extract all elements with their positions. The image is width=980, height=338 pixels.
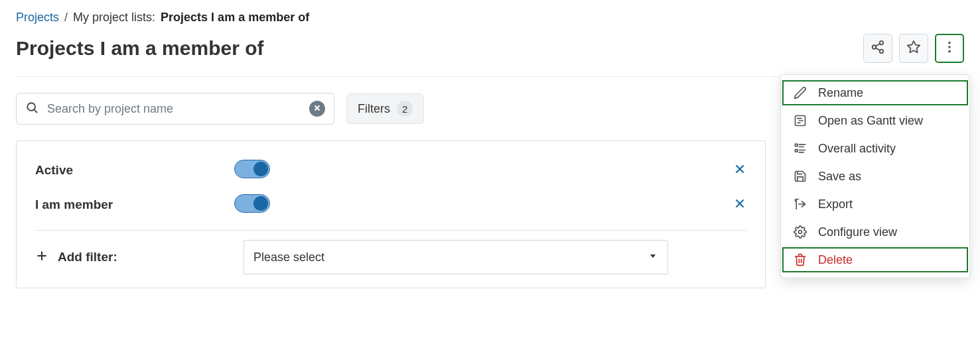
more-menu-button[interactable] bbox=[935, 34, 964, 63]
pencil-icon bbox=[793, 85, 807, 100]
search-icon bbox=[25, 101, 38, 117]
add-filter-row: Add filter: Please select bbox=[35, 240, 746, 274]
svg-point-31 bbox=[799, 231, 802, 234]
plus-icon bbox=[35, 249, 48, 266]
export-icon bbox=[793, 197, 807, 211]
svg-line-4 bbox=[876, 44, 880, 46]
dropdown-delete[interactable]: Delete bbox=[781, 246, 969, 274]
gear-icon bbox=[793, 225, 807, 239]
dropdown-configure[interactable]: Configure view bbox=[781, 218, 969, 246]
share-icon bbox=[871, 40, 885, 57]
add-filter-label: Add filter: bbox=[58, 250, 117, 264]
dropdown-gantt-label: Open as Gantt view bbox=[818, 114, 923, 128]
search-clear-button[interactable] bbox=[309, 101, 325, 117]
trash-icon bbox=[793, 253, 807, 267]
toggle-member[interactable] bbox=[234, 194, 270, 213]
filter-panel: Active I am member Add filter: bbox=[16, 141, 766, 288]
gantt-icon bbox=[793, 113, 807, 128]
header-actions bbox=[863, 34, 964, 63]
close-icon bbox=[313, 103, 321, 115]
toggle-active[interactable] bbox=[234, 160, 270, 178]
svg-rect-24 bbox=[796, 144, 798, 146]
remove-filter-member[interactable] bbox=[733, 197, 746, 210]
breadcrumb-current: Projects I am a member of bbox=[161, 11, 309, 25]
filters-count-badge: 2 bbox=[397, 101, 413, 117]
dropdown-rename[interactable]: Rename bbox=[781, 79, 969, 107]
favorite-button[interactable] bbox=[899, 34, 928, 63]
breadcrumb-projects-link[interactable]: Projects bbox=[16, 11, 59, 25]
filters-label: Filters bbox=[358, 102, 390, 116]
dropdown-saveas-label: Save as bbox=[818, 170, 861, 184]
svg-point-7 bbox=[948, 46, 951, 48]
dropdown-export-label: Export bbox=[818, 197, 853, 211]
filter-label-active: Active bbox=[35, 163, 234, 178]
remove-filter-active[interactable] bbox=[733, 162, 746, 176]
dropdown-saveas[interactable]: Save as bbox=[781, 162, 969, 190]
dropdown-overall[interactable]: Overall activity bbox=[781, 135, 969, 162]
svg-point-6 bbox=[948, 42, 951, 44]
add-filter-select[interactable]: Please select bbox=[244, 240, 668, 274]
filters-button[interactable]: Filters 2 bbox=[346, 93, 424, 124]
breadcrumb-sep: / bbox=[64, 11, 68, 25]
share-button[interactable] bbox=[863, 34, 892, 63]
breadcrumb: Projects / My project lists: Projects I … bbox=[16, 11, 964, 25]
filter-label-member: I am member bbox=[35, 197, 234, 212]
svg-marker-19 bbox=[650, 254, 656, 258]
dropdown-delete-label: Delete bbox=[818, 253, 853, 267]
header-row: Projects I am a member of bbox=[16, 34, 964, 77]
filter-row-member: I am member bbox=[35, 188, 746, 222]
breadcrumb-list-prefix: My project lists: bbox=[73, 11, 155, 25]
page-title: Projects I am a member of bbox=[16, 37, 263, 60]
chevron-down-icon bbox=[648, 251, 658, 264]
kebab-icon bbox=[942, 40, 957, 57]
svg-rect-25 bbox=[796, 150, 798, 152]
dropdown-export[interactable]: Export bbox=[781, 190, 969, 218]
svg-line-10 bbox=[35, 110, 37, 113]
dropdown-gantt[interactable]: Open as Gantt view bbox=[781, 107, 969, 135]
dropdown-configure-label: Configure view bbox=[818, 225, 897, 239]
dropdown-overall-label: Overall activity bbox=[818, 142, 896, 156]
svg-marker-5 bbox=[908, 41, 920, 52]
save-icon bbox=[793, 169, 807, 184]
svg-point-8 bbox=[948, 50, 951, 53]
svg-line-3 bbox=[876, 48, 880, 50]
search-input[interactable] bbox=[16, 93, 334, 125]
dropdown-rename-label: Rename bbox=[818, 86, 863, 100]
star-icon bbox=[906, 40, 921, 57]
more-dropdown: Rename Open as Gantt view Overall activi… bbox=[780, 74, 970, 278]
search-wrapper bbox=[16, 93, 334, 125]
select-placeholder: Please select bbox=[253, 251, 324, 264]
filter-separator bbox=[35, 230, 746, 231]
filter-row-active: Active bbox=[35, 153, 746, 188]
activity-icon bbox=[793, 141, 807, 156]
